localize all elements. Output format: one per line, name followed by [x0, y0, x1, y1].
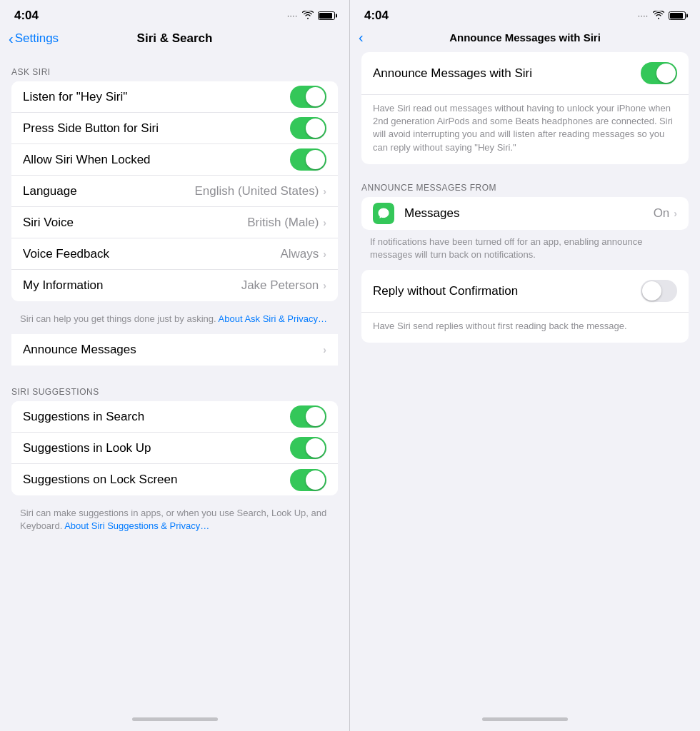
messages-value: On	[654, 206, 670, 221]
back-chevron-left: ‹	[9, 31, 14, 47]
language-label: Language	[23, 184, 194, 198]
back-button-left[interactable]: ‹ Settings	[9, 31, 59, 47]
announce-messages-chevron: ›	[323, 344, 326, 356]
reply-card: Reply without Confirmation Have Siri sen…	[361, 270, 689, 343]
announce-messages-cell[interactable]: Announce Messages ›	[11, 334, 338, 366]
home-bar-right	[482, 717, 568, 721]
siri-suggestions-group: Suggestions in Search Suggestions in Loo…	[11, 401, 338, 495]
status-icons-right: ····	[638, 10, 686, 21]
time-left: 4:04	[14, 9, 39, 23]
status-bar-left: 4:04 ····	[0, 0, 349, 26]
voice-feedback-row[interactable]: Voice Feedback Always ›	[11, 238, 338, 270]
voice-feedback-chevron: ›	[323, 248, 326, 260]
suggestions-lookup-label: Suggestions in Look Up	[23, 441, 290, 455]
reply-toggle-knob	[642, 281, 661, 301]
page-title-right: Announce Messages with Siri	[449, 31, 601, 44]
battery-icon	[318, 11, 335, 20]
my-information-chevron: ›	[323, 280, 326, 291]
suggestions-lookup-knob	[306, 438, 325, 458]
signal-icon: ····	[287, 12, 298, 20]
suggestions-lockscreen-row[interactable]: Suggestions on Lock Screen	[11, 464, 338, 495]
ask-siri-group: Listen for "Hey Siri" Press Side Button …	[11, 81, 338, 301]
scroll-content-left: ASK SIRI Listen for "Hey Siri" Press Sid…	[0, 54, 349, 707]
suggestions-lockscreen-label: Suggestions on Lock Screen	[23, 473, 290, 487]
page-title-left: Siri & Search	[137, 31, 213, 46]
announce-messages-row[interactable]: Announce Messages ›	[11, 334, 338, 366]
siri-voice-value: British (Male)	[247, 216, 319, 230]
voice-feedback-label: Voice Feedback	[23, 247, 280, 261]
suggestions-search-knob	[306, 407, 325, 426]
ask-siri-footer-text: Siri can help you get things done just b…	[20, 313, 219, 324]
announce-toggle-knob	[656, 64, 676, 83]
reply-toggle-row[interactable]: Reply without Confirmation	[361, 270, 689, 313]
language-value: English (United States)	[194, 184, 319, 198]
messages-app-icon	[373, 203, 394, 224]
left-panel: 4:04 ···· ‹ Settings Siri & Search	[0, 0, 350, 731]
back-label-left: Settings	[15, 31, 59, 46]
announce-toggle-label: Announce Messages with Siri	[373, 66, 641, 81]
home-bar-left	[132, 717, 218, 721]
side-button-toggle-knob	[306, 119, 325, 138]
home-indicator-left	[0, 707, 349, 731]
announce-toggle[interactable]	[641, 62, 677, 84]
messages-chevron: ›	[674, 208, 677, 219]
announce-from-label: ANNOUNCE MESSAGES FROM	[350, 170, 700, 197]
suggestions-search-row[interactable]: Suggestions in Search	[11, 401, 338, 433]
messages-row[interactable]: Messages On ›	[361, 197, 689, 230]
battery-icon-right	[669, 11, 686, 20]
suggestions-lookup-row[interactable]: Suggestions in Look Up	[11, 433, 338, 464]
ask-siri-footer: Siri can help you get things done just b…	[0, 307, 349, 334]
suggestions-lockscreen-knob	[306, 470, 325, 490]
wifi-icon	[302, 10, 314, 21]
language-row[interactable]: Language English (United States) ›	[11, 176, 338, 207]
siri-suggestions-section-label: SIRI SUGGESTIONS	[0, 374, 349, 401]
hey-siri-toggle[interactable]	[290, 86, 326, 108]
side-button-label: Press Side Button for Siri	[23, 121, 290, 136]
announce-description: Have Siri read out messages without havi…	[361, 95, 689, 164]
suggestions-search-label: Suggestions in Search	[23, 410, 290, 424]
suggestions-lookup-toggle[interactable]	[290, 437, 326, 459]
ask-siri-privacy-link[interactable]: About Ask Siri & Privacy…	[219, 313, 327, 324]
scroll-content-right: Announce Messages with Siri Have Siri re…	[350, 52, 700, 707]
siri-voice-label: Siri Voice	[23, 216, 247, 230]
hey-siri-row[interactable]: Listen for "Hey Siri"	[11, 81, 338, 113]
siri-voice-chevron: ›	[323, 217, 326, 228]
nav-header-right: ‹ Announce Messages with Siri	[350, 26, 700, 52]
announce-messages-label: Announce Messages	[23, 343, 323, 357]
language-chevron: ›	[323, 186, 326, 197]
suggestions-search-toggle[interactable]	[290, 405, 326, 428]
right-panel: 4:04 ···· ‹ Announce Messages with Siri	[350, 0, 700, 731]
side-button-toggle[interactable]	[290, 117, 326, 139]
siri-suggestions-footer: Siri can make suggestions in apps, or wh…	[0, 501, 349, 541]
back-chevron-right: ‹	[359, 29, 364, 46]
messages-label: Messages	[404, 206, 654, 221]
siri-locked-row[interactable]: Allow Siri When Locked	[11, 144, 338, 176]
suggestions-lockscreen-toggle[interactable]	[290, 469, 326, 491]
reply-toggle[interactable]	[641, 280, 677, 302]
home-indicator-right	[350, 707, 700, 731]
ask-siri-section-label: ASK SIRI	[0, 54, 349, 81]
my-information-label: My Information	[23, 278, 241, 293]
notify-footer: If notifications have been turned off fo…	[350, 230, 700, 270]
siri-voice-row[interactable]: Siri Voice British (Male) ›	[11, 207, 338, 238]
hey-siri-toggle-knob	[306, 87, 325, 106]
status-bar-right: 4:04 ····	[350, 0, 700, 26]
voice-feedback-value: Always	[280, 247, 319, 261]
reply-description: Have Siri send replies without first rea…	[361, 313, 689, 343]
nav-header-left: ‹ Settings Siri & Search	[0, 26, 349, 54]
suggestions-privacy-link[interactable]: About Siri Suggestions & Privacy…	[64, 520, 209, 531]
signal-icon-right: ····	[638, 12, 649, 20]
hey-siri-label: Listen for "Hey Siri"	[23, 90, 290, 104]
announce-toggle-row[interactable]: Announce Messages with Siri	[361, 52, 689, 95]
back-button-right[interactable]: ‹	[359, 29, 364, 46]
my-information-value: Jake Peterson	[241, 278, 319, 293]
siri-locked-toggle-knob	[306, 150, 325, 169]
side-button-row[interactable]: Press Side Button for Siri	[11, 113, 338, 144]
time-right: 4:04	[364, 9, 389, 23]
wifi-icon-right	[653, 10, 664, 21]
messages-group: Messages On ›	[361, 197, 689, 230]
reply-label: Reply without Confirmation	[373, 284, 518, 298]
status-icons-left: ····	[287, 10, 335, 21]
siri-locked-toggle[interactable]	[290, 148, 326, 171]
my-information-row[interactable]: My Information Jake Peterson ›	[11, 270, 338, 301]
